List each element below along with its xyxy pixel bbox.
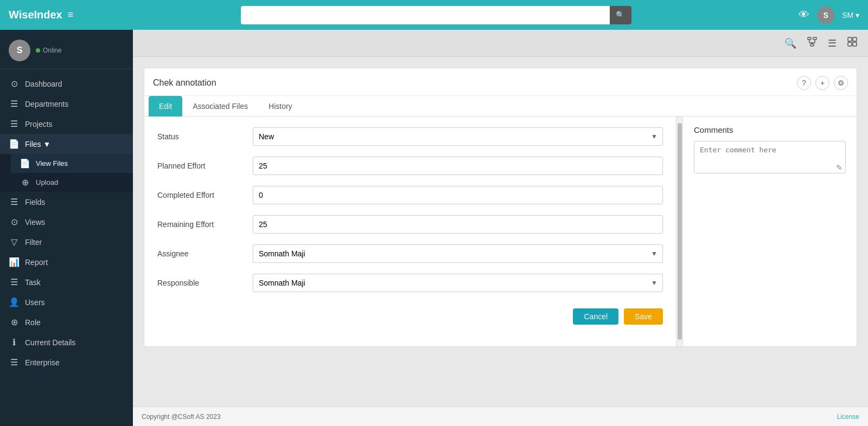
sidebar-item-projects[interactable]: ☰ Projects — [0, 114, 133, 134]
planned-effort-input[interactable] — [253, 157, 663, 175]
sidebar-item-report[interactable]: 📊 Report — [0, 252, 133, 272]
sidebar-item-users[interactable]: 👤 Users — [0, 292, 133, 312]
gear-button[interactable]: ⚙ — [834, 76, 848, 90]
sidebar-item-label: Upload — [36, 178, 58, 186]
remaining-effort-input[interactable] — [253, 215, 663, 234]
plus-button[interactable]: + — [815, 76, 829, 90]
responsible-select-wrap: Somnath Maji ▼ — [253, 274, 663, 292]
sidebar-item-label: Filter — [25, 238, 42, 247]
save-button[interactable]: Save — [624, 308, 663, 325]
report-icon: 📊 — [9, 257, 20, 267]
toolbar-search-icon[interactable]: 🔍 — [782, 35, 799, 51]
sidebar-nav: ⊙ Dashboard ☰ Departments ☰ Projects 📄 F… — [0, 69, 133, 377]
fields-icon: ☰ — [9, 197, 20, 207]
sidebar-item-label: Enterprise — [25, 358, 60, 367]
sidebar-status: Online — [36, 47, 62, 54]
sidebar-item-upload[interactable]: ⊕ Upload — [11, 173, 133, 192]
assignee-label: Assignee — [157, 249, 244, 258]
sidebar-item-label: Dashboard — [25, 80, 62, 88]
panel-body: Status NewIn ProgressDone ▼ Planned Effo… — [144, 117, 857, 346]
status-select-wrap: NewIn ProgressDone ▼ — [253, 127, 663, 146]
completed-effort-label: Completed Effort — [157, 191, 244, 199]
menu-icon[interactable]: ≡ — [68, 9, 74, 21]
sidebar-item-view-files[interactable]: 📄 View Files — [11, 154, 133, 173]
sidebar-item-label: Projects — [25, 120, 53, 128]
svg-rect-11 — [853, 42, 857, 46]
tab-history[interactable]: History — [258, 96, 303, 117]
toolbar-grid-icon[interactable] — [845, 35, 859, 51]
enterprise-icon: ☰ — [9, 357, 20, 367]
brand-name: WiseIndex — [9, 9, 62, 21]
panel-header: Chek annotation ? + ⚙ — [144, 68, 857, 96]
search-bar: 🔍 — [73, 6, 799, 24]
sidebar-item-label: Files ▼ — [25, 140, 50, 149]
sidebar-item-label: Task — [25, 278, 41, 287]
help-button[interactable]: ? — [797, 76, 811, 90]
status-label: Status — [157, 132, 244, 141]
toolbar-list-icon[interactable]: ☰ — [826, 35, 839, 51]
dashboard-icon: ⊙ — [9, 79, 20, 89]
sidebar-item-fields[interactable]: ☰ Fields — [0, 192, 133, 212]
avatar: S — [817, 7, 834, 24]
form-row-status: Status NewIn ProgressDone ▼ — [157, 127, 663, 146]
topnav: WiseIndex ≡ 🔍 👁 S SM ▾ — [0, 0, 868, 30]
sidebar-item-filter[interactable]: ▽ Filter — [0, 232, 133, 252]
sidebar-item-views[interactable]: ⊙ Views — [0, 212, 133, 232]
tab-associated-files[interactable]: Associated Files — [182, 96, 258, 117]
search-button[interactable]: 🔍 — [610, 6, 631, 24]
layout: S Online ⊙ Dashboard ☰ Departments ☰ Pro… — [0, 30, 868, 426]
brand: WiseIndex ≡ — [9, 9, 73, 21]
sidebar-item-current-details[interactable]: ℹ Current Details — [0, 332, 133, 352]
copyright: Copyright @CSoft AS 2023 — [142, 413, 221, 421]
panel-actions: ? + ⚙ — [797, 76, 848, 90]
tab-edit[interactable]: Edit — [149, 96, 182, 117]
sidebar-item-task[interactable]: ☰ Task — [0, 272, 133, 292]
sidebar-item-enterprise[interactable]: ☰ Enterprise — [0, 352, 133, 372]
comments-section: Comments ✎ — [683, 117, 857, 346]
form-section: Status NewIn ProgressDone ▼ Planned Effo… — [144, 117, 676, 346]
license-link[interactable]: License — [837, 413, 859, 421]
sidebar-item-label: Users — [25, 298, 45, 307]
plus-icon: + — [820, 79, 825, 87]
form-row-completed-effort: Completed Effort — [157, 186, 663, 204]
search-input[interactable] — [241, 6, 610, 24]
status-select[interactable]: NewIn ProgressDone — [253, 127, 663, 146]
toolbar-tree-icon[interactable] — [805, 35, 819, 51]
sidebar-item-label: Fields — [25, 198, 45, 206]
planned-effort-label: Planned Effort — [157, 162, 244, 170]
responsible-label: Responsible — [157, 279, 244, 287]
sidebar-item-dashboard[interactable]: ⊙ Dashboard — [0, 74, 133, 94]
sidebar-item-label: Departments — [25, 100, 68, 108]
sidebar-item-files[interactable]: 📄 Files ▼ — [0, 134, 133, 154]
comment-input[interactable] — [694, 141, 846, 173]
help-icon: ? — [802, 79, 806, 87]
username[interactable]: SM ▾ — [842, 11, 859, 20]
eye-icon[interactable]: 👁 — [799, 9, 809, 21]
sidebar-item-label: Role — [25, 318, 41, 327]
footer: Copyright @CSoft AS 2023 License — [133, 406, 868, 426]
form-actions: Cancel Save — [157, 308, 663, 335]
svg-rect-2 — [810, 44, 814, 46]
task-icon: ☰ — [9, 277, 20, 287]
responsible-select[interactable]: Somnath Maji — [253, 274, 663, 292]
sidebar-item-label: View Files — [36, 159, 68, 167]
sidebar-user: S Online — [0, 30, 133, 69]
filter-icon: ▽ — [9, 237, 20, 247]
assignee-select[interactable]: Somnath Maji — [253, 244, 663, 263]
form-scrollbar[interactable] — [676, 117, 682, 346]
sidebar-item-label: Report — [25, 258, 48, 267]
svg-rect-1 — [813, 37, 816, 40]
scrollbar-thumb[interactable] — [678, 123, 682, 340]
tab-history-label: History — [269, 102, 292, 111]
completed-effort-input[interactable] — [253, 186, 663, 204]
svg-rect-9 — [853, 37, 857, 41]
sidebar-item-departments[interactable]: ☰ Departments — [0, 94, 133, 114]
sidebar-item-label: Current Details — [25, 338, 75, 347]
sidebar-item-role[interactable]: ⊛ Role — [0, 312, 133, 332]
comment-edit-icon: ✎ — [836, 163, 843, 172]
content-area: Chek annotation ? + ⚙ — [133, 57, 868, 406]
svg-rect-0 — [808, 37, 811, 40]
cancel-button[interactable]: Cancel — [573, 308, 618, 325]
svg-rect-10 — [848, 42, 852, 46]
online-dot — [36, 48, 40, 53]
